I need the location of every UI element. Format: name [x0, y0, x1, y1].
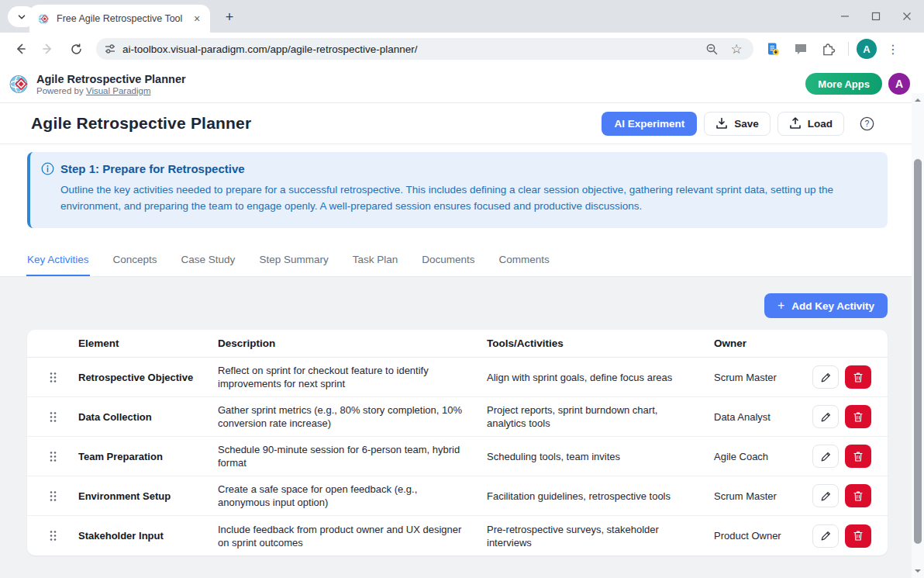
help-icon[interactable]: ? — [856, 112, 877, 134]
pencil-icon — [820, 490, 832, 502]
ai-experiment-button[interactable]: AI Experiment — [602, 112, 697, 136]
tab-concepts[interactable]: Concepts — [112, 244, 158, 276]
app-header-title: Agile Retrospective Planner — [36, 73, 186, 85]
header-tools: Tools/Activities — [487, 337, 714, 349]
tab-case-study[interactable]: Case Study — [181, 244, 236, 276]
scrollbar-down-icon[interactable] — [912, 566, 924, 576]
scrollbar-up-icon[interactable] — [912, 95, 924, 106]
drag-handle-icon[interactable] — [27, 372, 78, 383]
info-icon — [41, 162, 54, 175]
table-row: Data Collection Gather sprint metrics (e… — [27, 397, 888, 437]
bookmark-star-icon[interactable]: ☆ — [727, 40, 746, 58]
section-tabs: Key Activities Concepts Case Study Step … — [0, 244, 924, 277]
row-tools: Facilitation guidelines, retrospective t… — [487, 483, 714, 509]
header-owner: Owner — [714, 337, 806, 349]
new-tab-icon[interactable]: + — [219, 7, 240, 27]
delete-button[interactable] — [845, 484, 871, 507]
row-tools: Pre-retrospective surveys, stakeholder i… — [487, 517, 714, 556]
chevron-down-icon — [17, 12, 26, 22]
page-scrollbar[interactable] — [912, 93, 924, 578]
site-favicon-icon — [37, 12, 50, 26]
row-tools: Project reports, sprint burndown chart, … — [487, 397, 714, 436]
powered-by-text: Powered by Visual Paradigm — [36, 86, 186, 95]
svg-text:?: ? — [864, 119, 869, 128]
address-bar[interactable]: ai-toolbox.visual-paradigm.com/app/agile… — [96, 38, 753, 60]
row-element: Environment Setup — [78, 483, 218, 509]
banner-section: Step 1: Prepare for Retrospective Outlin… — [0, 144, 924, 244]
browser-tab[interactable]: Free Agile Retrospective Tool | P × — [29, 5, 210, 33]
delete-button[interactable] — [845, 445, 871, 468]
edit-button[interactable] — [812, 484, 839, 507]
trash-icon — [853, 530, 864, 542]
visual-paradigm-logo-icon — [9, 74, 30, 95]
tab-task-plan[interactable]: Task Plan — [352, 244, 399, 276]
row-description: Gather sprint metrics (e.g., 80% story c… — [218, 397, 487, 436]
tab-step-summary[interactable]: Step Summary — [258, 244, 329, 276]
row-element: Retrospective Objective — [78, 365, 218, 390]
tab-documents[interactable]: Documents — [421, 244, 475, 276]
row-owner: Agile Coach — [714, 444, 806, 469]
pencil-icon — [820, 411, 832, 423]
drag-handle-icon[interactable] — [27, 451, 78, 462]
more-apps-button[interactable]: More Apps — [805, 73, 882, 95]
user-avatar[interactable]: A — [888, 73, 910, 95]
table-row: Retrospective Objective Reflect on sprin… — [27, 358, 888, 397]
delete-button[interactable] — [845, 365, 871, 389]
tab-key-activities[interactable]: Key Activities — [26, 244, 90, 276]
url-text[interactable]: ai-toolbox.visual-paradigm.com/app/agile… — [122, 43, 696, 55]
row-element: Stakeholder Input — [78, 523, 218, 549]
step-info-banner: Step 1: Prepare for Retrospective Outlin… — [27, 152, 888, 228]
tab-close-icon[interactable]: × — [190, 12, 204, 26]
pencil-icon — [820, 530, 832, 542]
main-content: + Add Key Activity Element Description T… — [0, 277, 924, 578]
delete-button[interactable] — [845, 405, 871, 428]
row-owner: Product Owner — [714, 523, 806, 549]
page-title: Agile Retrospective Planner — [31, 114, 251, 133]
page-header-actions: AI Experiment Save Load ? — [602, 112, 877, 136]
app-header-text: Agile Retrospective Planner Powered by V… — [36, 73, 186, 95]
row-description: Reflect on sprint for checkout feature t… — [218, 358, 487, 396]
edit-button[interactable] — [812, 365, 839, 389]
edit-button[interactable] — [812, 445, 839, 468]
drag-handle-icon[interactable] — [27, 490, 78, 502]
window-controls — [840, 0, 916, 33]
row-owner: Scrum Master — [714, 483, 806, 509]
row-element: Data Collection — [78, 404, 218, 430]
browser-profile-avatar[interactable]: A — [857, 39, 877, 59]
extensions-icon[interactable] — [817, 37, 840, 61]
trash-icon — [853, 372, 864, 383]
drag-handle-icon[interactable] — [27, 530, 78, 542]
site-settings-icon[interactable] — [104, 43, 116, 55]
tab-comments[interactable]: Comments — [498, 244, 550, 276]
visual-paradigm-link[interactable]: Visual Paradigm — [86, 86, 151, 95]
window-maximize-icon[interactable] — [871, 12, 881, 21]
delete-button[interactable] — [845, 524, 871, 548]
window-minimize-icon[interactable] — [840, 12, 850, 21]
page-header: Agile Retrospective Planner AI Experimen… — [0, 103, 924, 144]
back-icon[interactable] — [8, 36, 33, 61]
browser-toolbar: ai-toolbox.visual-paradigm.com/app/agile… — [0, 33, 924, 65]
reading-list-icon[interactable] — [761, 37, 784, 61]
key-activities-table: Element Description Tools/Activities Own… — [27, 330, 888, 556]
chat-bubble-icon[interactable] — [789, 37, 812, 61]
row-element: Team Preparation — [78, 444, 218, 469]
zoom-icon[interactable] — [702, 40, 721, 58]
row-owner: Data Analyst — [714, 404, 806, 430]
pencil-icon — [820, 451, 832, 462]
save-button[interactable]: Save — [704, 112, 771, 136]
forward-icon[interactable] — [36, 36, 60, 61]
load-button[interactable]: Load — [777, 112, 844, 136]
app-header: Agile Retrospective Planner Powered by V… — [0, 65, 924, 103]
row-description: Create a safe space for open feedback (e… — [218, 476, 487, 515]
edit-button[interactable] — [812, 524, 839, 548]
header-description: Description — [218, 337, 487, 349]
window-close-icon[interactable] — [902, 12, 912, 21]
browser-menu-icon[interactable]: ⋮ — [881, 37, 905, 61]
drag-handle-icon[interactable] — [27, 411, 78, 423]
edit-button[interactable] — [812, 405, 839, 428]
scrollbar-thumb[interactable] — [914, 159, 922, 544]
add-key-activity-button[interactable]: + Add Key Activity — [764, 293, 888, 318]
row-description: Include feedback from product owner and … — [218, 517, 487, 556]
trash-icon — [853, 490, 864, 502]
reload-icon[interactable] — [64, 36, 88, 61]
